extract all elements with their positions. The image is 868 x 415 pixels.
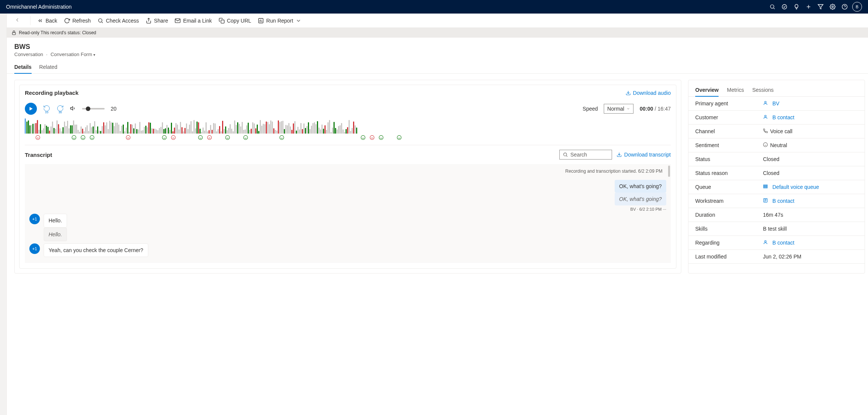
- readonly-banner: Read-only This record's status: Closed: [7, 28, 868, 38]
- customer-message: Hello.: [44, 214, 67, 227]
- user-avatar[interactable]: B: [852, 2, 862, 12]
- download-transcript-link[interactable]: Download transcript: [617, 152, 671, 158]
- svg-point-67: [397, 135, 401, 140]
- svg-point-43: [198, 135, 203, 140]
- share-button[interactable]: Share: [146, 18, 168, 24]
- back-arrow-icon[interactable]: [11, 17, 23, 24]
- field-label: Queue: [695, 184, 763, 190]
- help-icon[interactable]: [839, 1, 851, 13]
- smile-icon: [379, 135, 384, 140]
- tab-related[interactable]: Related: [39, 61, 57, 73]
- face-icon: [763, 143, 768, 148]
- form-tabs: Details Related: [7, 59, 868, 74]
- collapsed-nav[interactable]: [0, 14, 7, 415]
- download-audio-link[interactable]: Download audio: [626, 90, 671, 96]
- email-link-label: Email a Link: [183, 18, 212, 24]
- field-value[interactable]: B contact: [763, 240, 858, 246]
- transcript-body: Recording and transcription started. 6/2…: [25, 164, 671, 263]
- tab-details[interactable]: Details: [14, 61, 32, 74]
- field-label: Duration: [695, 212, 763, 218]
- smile-icon: [90, 135, 94, 140]
- settings-icon[interactable]: [827, 1, 839, 13]
- field-value: 16m 47s: [763, 212, 858, 218]
- search-icon[interactable]: [766, 1, 778, 13]
- transcript-search[interactable]: Search: [559, 150, 612, 160]
- field-label: Last modified: [695, 254, 763, 260]
- play-button[interactable]: [25, 103, 37, 115]
- check-access-button[interactable]: Check Access: [97, 18, 139, 24]
- add-icon[interactable]: [803, 1, 815, 13]
- field-value: Jun 2, 02:26 PM: [763, 254, 858, 260]
- tab-metrics[interactable]: Metrics: [727, 84, 744, 96]
- svg-line-1: [774, 8, 775, 9]
- svg-rect-81: [764, 187, 767, 188]
- speed-select[interactable]: Normal: [604, 104, 633, 114]
- smile-icon: [162, 135, 167, 140]
- run-report-button[interactable]: Run Report: [258, 18, 302, 24]
- tab-overview[interactable]: Overview: [695, 84, 719, 97]
- recording-section: Recording playback Download audio 10: [19, 85, 676, 269]
- entity-label: Conversation: [14, 52, 43, 57]
- download-audio-label: Download audio: [633, 90, 671, 96]
- field-workstream: WorkstreamB contact: [688, 194, 865, 208]
- svg-point-28: [81, 135, 85, 140]
- volume-slider[interactable]: [82, 108, 105, 109]
- svg-point-73: [764, 101, 766, 103]
- svg-point-58: [361, 135, 365, 140]
- svg-point-75: [763, 143, 767, 147]
- svg-point-0: [771, 5, 774, 8]
- run-report-label: Run Report: [266, 18, 293, 24]
- field-value: B test skill: [763, 226, 858, 232]
- tab-sessions[interactable]: Sessions: [752, 84, 774, 96]
- svg-marker-20: [30, 107, 33, 110]
- customer-message-translated: Hello.: [44, 228, 67, 241]
- copy-url-label: Copy URL: [227, 18, 251, 24]
- scrollbar[interactable]: [668, 166, 670, 177]
- waveform[interactable]: [20, 119, 676, 145]
- right-panel: Overview Metrics Sessions Primary agentB…: [688, 80, 865, 274]
- assistant-icon[interactable]: [778, 1, 790, 13]
- filter-icon[interactable]: [815, 1, 827, 13]
- global-navbar: Omnichannel Administration B: [0, 0, 868, 14]
- back-button[interactable]: Back: [37, 18, 57, 24]
- customer-message: Yeah, can you check the couple Cerner?: [44, 243, 148, 257]
- refresh-button[interactable]: Refresh: [64, 18, 91, 24]
- field-value[interactable]: Default voice queue: [763, 184, 858, 190]
- svg-marker-21: [70, 106, 73, 110]
- field-primary-agent: Primary agentBV: [688, 97, 865, 111]
- field-value[interactable]: B contact: [763, 198, 858, 204]
- person-icon: [763, 100, 768, 106]
- smile-icon: [243, 135, 248, 140]
- field-value: Voice call: [763, 128, 858, 134]
- command-bar: Back Refresh Check Access Share Email a …: [7, 14, 868, 28]
- volume-icon[interactable]: [70, 105, 76, 112]
- frown-icon: [35, 135, 40, 140]
- lock-icon: [11, 30, 17, 35]
- skip-forward-button[interactable]: 30: [56, 105, 64, 113]
- svg-point-37: [162, 135, 166, 140]
- field-value[interactable]: BV: [763, 100, 858, 106]
- back-label: Back: [46, 18, 57, 24]
- svg-point-74: [764, 115, 766, 117]
- svg-point-70: [564, 153, 567, 156]
- svg-point-34: [126, 135, 130, 140]
- svg-point-64: [379, 135, 383, 140]
- svg-marker-5: [818, 5, 823, 9]
- copy-url-button[interactable]: Copy URL: [219, 18, 251, 24]
- frown-icon: [207, 135, 212, 140]
- agent-message-translated: OK, what's going?: [615, 193, 666, 205]
- smile-icon: [198, 135, 203, 140]
- stream-icon: [763, 198, 768, 204]
- field-last-modified: Last modifiedJun 2, 02:26 PM: [688, 250, 865, 264]
- field-status-reason: Status reasonClosed: [688, 166, 865, 180]
- email-link-button[interactable]: Email a Link: [175, 18, 212, 24]
- field-sentiment: SentimentNeutral: [688, 138, 865, 152]
- skip-back-button[interactable]: 10: [43, 105, 50, 113]
- svg-point-2: [782, 5, 787, 9]
- form-selector[interactable]: Conversation Form ▾: [50, 52, 95, 57]
- lightbulb-icon[interactable]: [790, 1, 803, 13]
- field-customer: CustomerB contact: [688, 111, 865, 125]
- player-controls: 10 30 20 Speed Normal: [20, 100, 676, 119]
- smile-icon: [81, 135, 85, 140]
- field-value[interactable]: B contact: [763, 114, 858, 120]
